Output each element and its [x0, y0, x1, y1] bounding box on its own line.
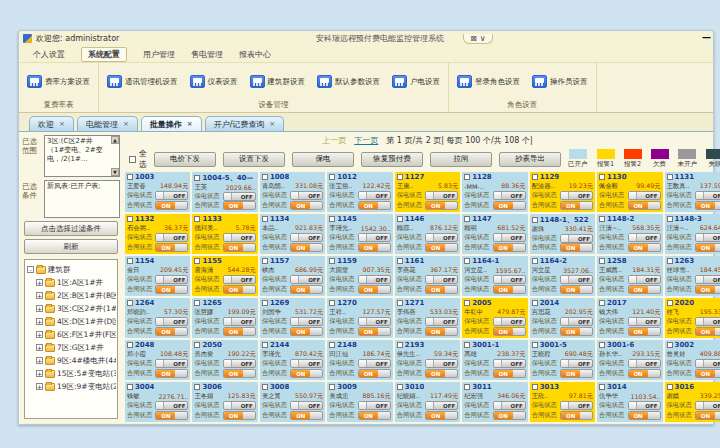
protect-status-toggle[interactable]: OFF [425, 233, 458, 242]
switch-status-toggle[interactable]: ON [628, 243, 661, 252]
ribbon-button[interactable]: 默认参数设置 [317, 75, 380, 88]
meter-card[interactable]: 3004 钱敏 2276.71.. 保电状态 OFF 合闸状态 ON [125, 382, 190, 422]
switch-status-toggle[interactable]: ON [425, 327, 458, 336]
choose-filter-button[interactable]: 点击选择过滤条件 [24, 221, 118, 236]
select-all[interactable]: 全选 [129, 148, 147, 170]
protect-status-toggle[interactable]: OFF [290, 359, 323, 368]
switch-status-toggle[interactable]: ON [560, 243, 593, 252]
switch-status-toggle[interactable]: ON [695, 411, 720, 420]
protect-status-toggle[interactable]: OFF [425, 401, 458, 410]
meter-card[interactable]: 1131 王教真.. 137.59元 保电状态 OFF 合闸状态 ON [665, 172, 720, 212]
tree-item-5[interactable]: +7区:G区1#井 [27, 341, 116, 354]
protect-status-toggle[interactable]: OFF [358, 233, 391, 242]
card-checkbox[interactable] [329, 174, 335, 180]
tree-item-4[interactable]: +6区:F区1#井(F区… [27, 328, 116, 341]
expand-icon[interactable]: + [36, 318, 43, 325]
switch-status-toggle[interactable]: ON [493, 243, 526, 252]
selected-condition-box[interactable]: 新风表:已开户表; [44, 180, 120, 218]
meter-card[interactable]: 2193 侯先生.. 59.34元 保电状态 OFF 合闸状态 ON [395, 340, 460, 380]
card-checkbox[interactable] [464, 300, 470, 306]
protect-status-toggle[interactable]: OFF [358, 275, 391, 284]
menu-item-2[interactable]: 用户管理 [143, 49, 175, 60]
card-checkbox[interactable] [599, 258, 605, 264]
meter-card[interactable]: 1148-1、522 谢珠 330.41元 保电状态 OFF 合闸状态 ON [530, 214, 595, 254]
ribbon-button[interactable]: 通讯管理机设置 [107, 75, 178, 88]
meter-card[interactable]: 1258 王威茜.. 184.31元 保电状态 OFF 合闸状态 ON [597, 256, 662, 296]
protect-status-toggle[interactable]: OFF [290, 191, 323, 200]
protect-status-toggle[interactable]: OFF [695, 359, 720, 368]
switch-status-toggle[interactable]: ON [290, 243, 323, 252]
protect-status-toggle[interactable]: OFF [628, 317, 661, 326]
protect-status-toggle[interactable]: OFF [560, 191, 593, 200]
protect-status-toggle[interactable]: OFF [628, 401, 661, 410]
protect-status-toggle[interactable]: OFF [358, 359, 391, 368]
card-checkbox[interactable] [599, 216, 605, 222]
toolbar-button-3[interactable]: 恢复预付费 [361, 152, 423, 167]
tab-close-icon[interactable]: × [269, 120, 275, 128]
meter-card[interactable]: 1154 金日 209.45元 保电状态 OFF 合闸状态 ON [125, 256, 190, 296]
tab-close-icon[interactable]: × [187, 120, 193, 128]
card-checkbox[interactable] [194, 384, 200, 390]
card-checkbox[interactable] [532, 342, 538, 348]
card-checkbox[interactable] [532, 217, 538, 223]
switch-status-toggle[interactable]: ON [425, 285, 458, 294]
card-checkbox[interactable] [397, 216, 403, 222]
card-checkbox[interactable] [262, 384, 268, 390]
switch-status-toggle[interactable]: ON [628, 411, 661, 420]
meter-card[interactable]: 2020 桂飞 195.33元 保电状态 OFF 合闸状态 ON [665, 298, 720, 338]
expand-icon[interactable]: + [36, 344, 43, 351]
switch-status-toggle[interactable]: ON [695, 369, 720, 378]
protect-status-toggle[interactable]: OFF [155, 317, 188, 326]
protect-status-toggle[interactable]: OFF [493, 191, 526, 200]
switch-status-toggle[interactable]: ON [695, 327, 720, 336]
card-checkbox[interactable] [667, 174, 673, 180]
meter-card[interactable]: 1164-2 河立星 3527.06.. 保电状态 OFF 合闸状态 ON [530, 256, 595, 296]
switch-status-toggle[interactable]: ON [223, 369, 256, 378]
card-checkbox[interactable] [532, 258, 538, 264]
switch-status-toggle[interactable]: ON [425, 369, 458, 378]
meter-card[interactable]: 3001-6 孙长华.. 293.15元 保电状态 OFF 合闸状态 ON [597, 340, 662, 380]
switch-status-toggle[interactable]: ON [358, 327, 391, 336]
expand-icon[interactable]: + [36, 292, 43, 299]
expand-icon[interactable]: + [36, 279, 43, 286]
meter-card[interactable]: 3001-1 高雄 238.37元 保电状态 OFF 合闸状态 ON [462, 340, 527, 380]
protect-status-toggle[interactable]: OFF [493, 275, 526, 284]
card-checkbox[interactable] [127, 258, 133, 264]
tree-item-6[interactable]: +9区:4#楼电井(4#… [27, 354, 116, 367]
ribbon-button[interactable]: 操作员设置 [532, 75, 588, 88]
card-checkbox[interactable] [667, 384, 673, 390]
switch-status-toggle[interactable]: ON [425, 201, 458, 210]
card-checkbox[interactable] [464, 216, 470, 222]
toolbar-button-0[interactable]: 电价下发 [154, 152, 216, 167]
card-checkbox[interactable] [599, 384, 605, 390]
scroll-up-icon[interactable]: ▲ [111, 136, 119, 144]
protect-status-toggle[interactable]: OFF [425, 275, 458, 284]
meter-card[interactable]: 1008 青岛朗.. 331.08元 保电状态 OFF 合闸状态 ON [260, 172, 325, 212]
card-checkbox[interactable] [532, 174, 538, 180]
protect-status-toggle[interactable]: OFF [695, 317, 720, 326]
switch-status-toggle[interactable]: ON [358, 411, 391, 420]
protect-status-toggle[interactable]: OFF [358, 317, 391, 326]
protect-status-toggle[interactable]: OFF [560, 359, 593, 368]
card-checkbox[interactable] [262, 216, 268, 222]
protect-status-toggle[interactable]: OFF [493, 401, 526, 410]
protect-status-toggle[interactable]: OFF [628, 275, 661, 284]
protect-status-toggle[interactable]: OFF [223, 233, 256, 242]
meter-card[interactable]: 1128 -MM-.. 88.36元 保电状态 OFF 合闸状态 ON [462, 172, 527, 212]
card-checkbox[interactable] [667, 216, 673, 222]
switch-status-toggle[interactable]: ON [493, 369, 526, 378]
card-checkbox[interactable] [329, 342, 335, 348]
meter-card[interactable]: 3001-5 王晓程 690.48元 保电状态 OFF 合闸状态 ON [530, 340, 595, 380]
card-checkbox[interactable] [329, 384, 335, 390]
card-checkbox[interactable] [127, 342, 133, 348]
tab-close-icon[interactable]: × [59, 120, 65, 128]
toolbar-button-2[interactable]: 保电 [292, 152, 354, 167]
meter-card[interactable]: 1265 张慧娜 199.09元 保电状态 OFF 合闸状态 ON [192, 298, 257, 338]
meter-card[interactable]: 1271 李伟燕 533.03元 保电状态 OFF 合闸状态 ON [395, 298, 460, 338]
ribbon-button[interactable]: 户电设置 [392, 75, 440, 88]
meter-card[interactable]: 1270 王祥.. 127.57元 保电状态 OFF 合闸状态 ON [327, 298, 392, 338]
select-all-checkbox[interactable] [129, 156, 136, 163]
meter-card[interactable]: 3009 吴成忠 885.16元 保电状态 OFF 合闸状态 ON [327, 382, 392, 422]
switch-status-toggle[interactable]: ON [358, 369, 391, 378]
protect-status-toggle[interactable]: OFF [155, 275, 188, 284]
